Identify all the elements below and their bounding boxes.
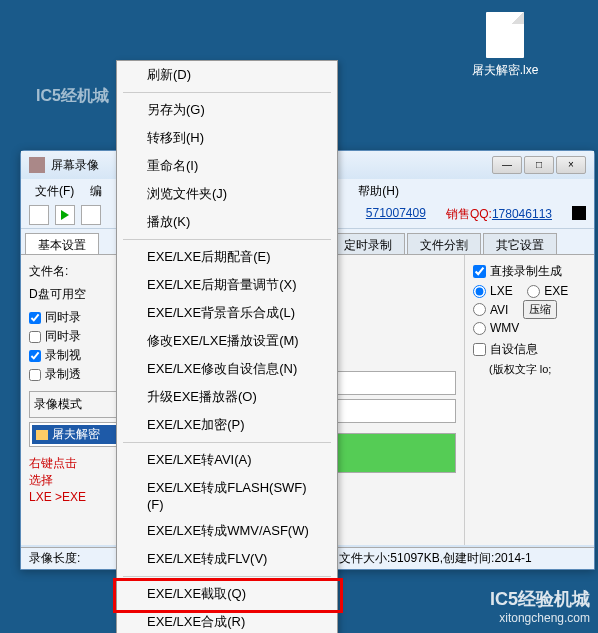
minimize-button[interactable]: — bbox=[492, 156, 522, 174]
black-indicator-icon bbox=[572, 206, 586, 220]
sales-qq-link[interactable]: 178046113 bbox=[492, 207, 552, 221]
new-icon[interactable] bbox=[29, 205, 49, 225]
menu-upgrade[interactable]: 升级EXE播放器(O) bbox=[117, 383, 337, 411]
tab-other[interactable]: 其它设置 bbox=[483, 233, 557, 254]
custom-info-checkbox[interactable] bbox=[473, 343, 486, 356]
tab-basic[interactable]: 基本设置 bbox=[25, 233, 99, 254]
menu-edit[interactable]: 编 bbox=[84, 181, 108, 199]
menu-towmv[interactable]: EXE/LXE转成WMV/ASF(W) bbox=[117, 517, 337, 545]
radio-avi[interactable] bbox=[473, 303, 486, 316]
menu-volume[interactable]: EXE/LXE后期音量调节(X) bbox=[117, 271, 337, 299]
tab-timer[interactable]: 定时录制 bbox=[331, 233, 405, 254]
right-panel: 直接录制生成 LXE EXE AVI 压缩 WMV 自设信息 (版权文字 lo; bbox=[464, 255, 594, 545]
radio-lxe[interactable] bbox=[473, 285, 486, 298]
menu-playset[interactable]: 修改EXE/LXE播放设置(M) bbox=[117, 327, 337, 355]
menu-encrypt[interactable]: EXE/LXE加密(P) bbox=[117, 411, 337, 439]
compress-button[interactable]: 压缩 bbox=[523, 300, 557, 319]
qq-link[interactable]: 571007409 bbox=[366, 206, 426, 223]
menu-toflash[interactable]: EXE/LXE转成FLASH(SWF)(F) bbox=[117, 474, 337, 517]
app-icon bbox=[29, 157, 45, 173]
menu-rename[interactable]: 重命名(I) bbox=[117, 152, 337, 180]
play-icon[interactable] bbox=[55, 205, 75, 225]
menu-cut[interactable]: EXE/LXE截取(Q) bbox=[117, 580, 337, 608]
menu-moveto[interactable]: 转移到(H) bbox=[117, 124, 337, 152]
menu-file[interactable]: 文件(F) bbox=[29, 181, 80, 199]
cb-rec4[interactable] bbox=[29, 369, 41, 381]
copyright-text: (版权文字 lo; bbox=[473, 362, 586, 377]
menu-merge[interactable]: EXE/LXE合成(R) bbox=[117, 608, 337, 633]
context-menu: 刷新(D) 另存为(G) 转移到(H) 重命名(I) 浏览文件夹(J) 播放(K… bbox=[116, 60, 338, 633]
watermark-top: IC5经机城 bbox=[36, 86, 109, 107]
cb-rec2[interactable] bbox=[29, 331, 41, 343]
length-label: 录像长度: bbox=[29, 550, 80, 567]
desktop-file-icon[interactable]: 屠夫解密.lxe bbox=[470, 12, 540, 79]
file-icon bbox=[486, 12, 524, 58]
maximize-button[interactable]: □ bbox=[524, 156, 554, 174]
menu-help[interactable]: 帮助(H) bbox=[352, 181, 405, 199]
watermark: IC5经验机城 xitongcheng.com bbox=[490, 589, 590, 625]
menu-bgm[interactable]: EXE/LXE背景音乐合成(L) bbox=[117, 299, 337, 327]
menu-dub[interactable]: EXE/LXE后期配音(E) bbox=[117, 243, 337, 271]
menu-browse[interactable]: 浏览文件夹(J) bbox=[117, 180, 337, 208]
menu-play[interactable]: 播放(K) bbox=[117, 208, 337, 236]
tool-icon[interactable] bbox=[81, 205, 101, 225]
menu-saveas[interactable]: 另存为(G) bbox=[117, 96, 337, 124]
radio-exe[interactable] bbox=[527, 285, 540, 298]
sales-label: 销售QQ: bbox=[446, 207, 492, 221]
radio-wmv[interactable] bbox=[473, 322, 486, 335]
menu-toavi[interactable]: EXE/LXE转AVI(A) bbox=[117, 446, 337, 474]
menu-custominfo[interactable]: EXE/LXE修改自设信息(N) bbox=[117, 355, 337, 383]
tab-split[interactable]: 文件分割 bbox=[407, 233, 481, 254]
close-button[interactable]: × bbox=[556, 156, 586, 174]
file-name: 屠夫解密.lxe bbox=[470, 62, 540, 79]
menu-refresh[interactable]: 刷新(D) bbox=[117, 61, 337, 89]
direct-rec-checkbox[interactable] bbox=[473, 265, 486, 278]
menu-toflv[interactable]: EXE/LXE转成FLV(V) bbox=[117, 545, 337, 573]
cb-rec1[interactable] bbox=[29, 312, 41, 324]
cb-rec3[interactable] bbox=[29, 350, 41, 362]
folder-icon bbox=[36, 430, 48, 440]
